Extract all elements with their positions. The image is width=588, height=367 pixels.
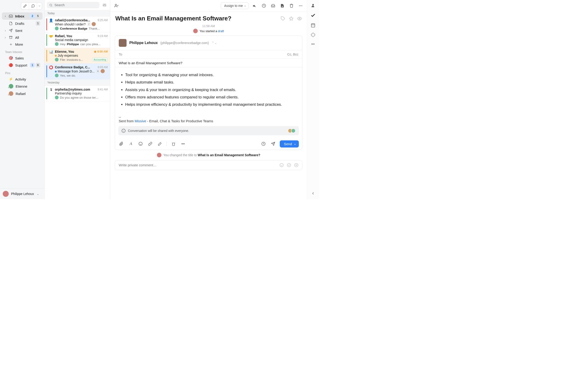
preview: Do you agree on those ter... bbox=[55, 96, 108, 99]
smile-icon bbox=[279, 163, 284, 167]
send-button[interactable]: Send bbox=[280, 140, 299, 148]
to-field-label[interactable]: To bbox=[119, 52, 122, 56]
status-dot-icon bbox=[55, 71, 57, 73]
compose-dropdown[interactable] bbox=[37, 2, 42, 9]
schedule-button[interactable] bbox=[260, 141, 267, 147]
sidebar-item-etienne[interactable]: Etienne bbox=[2, 83, 43, 90]
svg-marker-25 bbox=[289, 17, 293, 20]
sidebar-item-inbox[interactable]: › Inbox 25 bbox=[2, 12, 43, 20]
attach-button[interactable] bbox=[118, 141, 124, 147]
reply-all-button[interactable] bbox=[252, 3, 258, 9]
sidebar-item-label: Inbox bbox=[15, 14, 28, 18]
list-section-header: Today bbox=[44, 10, 110, 17]
missive-link[interactable]: Missive bbox=[135, 119, 146, 123]
svg-point-17 bbox=[115, 4, 116, 6]
wand-icon bbox=[158, 142, 162, 146]
add-button[interactable] bbox=[294, 163, 298, 167]
conversation-item[interactable]: 📊 Etienne, You8:00 AM July expenses File… bbox=[44, 48, 110, 64]
subject-field[interactable]: What Is an Email Management Software? bbox=[115, 59, 302, 67]
caret-icon: › bbox=[4, 35, 6, 39]
send-later-button[interactable] bbox=[270, 141, 276, 147]
rail-more-button[interactable]: ••• bbox=[311, 42, 315, 46]
calendar-button[interactable] bbox=[311, 23, 315, 27]
svg-point-21 bbox=[299, 6, 300, 6]
ai-button[interactable] bbox=[311, 33, 315, 37]
sliders-icon bbox=[103, 3, 106, 7]
close-conversation-button[interactable] bbox=[279, 3, 285, 9]
sidebar-item-support[interactable]: 🔴Support16 bbox=[2, 61, 43, 69]
conversation-item[interactable]: ⭕ Conference Badge, C...8:03 AM Message … bbox=[44, 64, 110, 79]
smile-icon bbox=[138, 142, 143, 146]
watch-button[interactable] bbox=[297, 16, 302, 21]
check-circle-icon bbox=[287, 163, 291, 167]
search-input-container[interactable] bbox=[47, 2, 99, 8]
assign-button[interactable]: Assign to me bbox=[221, 2, 249, 9]
new-chat-button[interactable] bbox=[29, 2, 37, 9]
sidebar-item-sent[interactable]: › Sent bbox=[2, 27, 43, 34]
compose-button[interactable] bbox=[21, 2, 29, 9]
sidebar-item-sales[interactable]: 🎯Sales bbox=[2, 55, 43, 61]
sidebar-item-label: Rafael bbox=[16, 92, 40, 96]
conversation-toolbar: Assign to me bbox=[110, 0, 307, 12]
preview: Conference Badge Thank... bbox=[55, 27, 108, 30]
presence-dot-icon bbox=[8, 94, 9, 96]
comment-input[interactable] bbox=[119, 163, 279, 167]
more-compose-button[interactable]: ••• bbox=[180, 141, 186, 147]
color-stripe bbox=[46, 65, 47, 77]
format-button[interactable]: A bbox=[128, 141, 134, 147]
link-button[interactable] bbox=[147, 141, 153, 147]
sidebar-item-label: All bbox=[15, 35, 38, 40]
emoji-button[interactable] bbox=[279, 163, 284, 167]
comment-box[interactable] bbox=[115, 160, 302, 170]
info-icon bbox=[121, 129, 126, 133]
conversation-main: Assign to me What Is an Email Management… bbox=[110, 0, 307, 199]
sidebar-item-rafael[interactable]: Rafael bbox=[2, 90, 43, 97]
sidebar-item-drafts[interactable]: Drafts 1 bbox=[2, 20, 43, 27]
timestamp: 9:19 AM bbox=[98, 34, 108, 38]
filter-button[interactable] bbox=[101, 2, 108, 8]
avatar bbox=[92, 22, 96, 26]
sidebar-item-label: Drafts bbox=[15, 22, 33, 25]
svg-point-39 bbox=[287, 163, 291, 167]
sidebar-item-more[interactable]: More bbox=[2, 41, 43, 48]
send-icon bbox=[271, 142, 275, 146]
cc-bcc-toggle[interactable]: Cc, Bcc bbox=[287, 52, 298, 56]
conversation-item[interactable]: 𝕿 orphelia@nytimes.com9:41 AM Partnershi… bbox=[44, 86, 110, 101]
count-badge: 4 bbox=[96, 69, 100, 73]
star-button[interactable] bbox=[289, 16, 294, 21]
link-icon bbox=[148, 142, 152, 146]
subject: When should I order? bbox=[55, 23, 86, 26]
avatar bbox=[9, 84, 13, 89]
person-icon bbox=[311, 3, 315, 8]
emoji-button[interactable] bbox=[138, 141, 144, 147]
inbox-icon bbox=[9, 14, 13, 18]
tag-button[interactable] bbox=[281, 16, 285, 21]
plus-icon bbox=[9, 42, 13, 46]
archive-button[interactable] bbox=[270, 3, 276, 9]
profile-button[interactable] bbox=[311, 3, 315, 8]
conversation-item[interactable]: 🤝 Rafael, You9:19 AM Social media campai… bbox=[44, 32, 110, 48]
discard-button[interactable] bbox=[170, 141, 176, 147]
collapse-rail-button[interactable] bbox=[311, 191, 315, 195]
snooze-button[interactable] bbox=[261, 3, 267, 9]
sidebar-item-activity[interactable]: ⚡Activity bbox=[2, 76, 43, 83]
sidebar-item-label: Activity bbox=[15, 77, 40, 81]
tasks-button[interactable] bbox=[311, 13, 316, 18]
from-switcher[interactable]: ⌃⌄ bbox=[212, 41, 217, 45]
search-input[interactable] bbox=[54, 3, 97, 7]
section-header-pins: Pins bbox=[2, 69, 43, 76]
avatar bbox=[119, 39, 127, 47]
more-actions-button[interactable] bbox=[298, 3, 304, 9]
conv-type-icon: 🤝 bbox=[49, 34, 53, 38]
add-participant-button[interactable] bbox=[113, 3, 120, 9]
delete-button[interactable] bbox=[288, 3, 294, 9]
paperclip-icon bbox=[119, 142, 123, 146]
conversation-item[interactable]: 👤 rafael@conferenceba...9:25 AM When sho… bbox=[44, 17, 110, 32]
sidebar-item-all[interactable]: › All bbox=[2, 34, 43, 41]
avatar bbox=[55, 42, 59, 46]
account-switcher[interactable]: Philippe Lehoux ⌄ bbox=[0, 188, 44, 199]
task-button[interactable] bbox=[287, 163, 291, 167]
email-body[interactable]: Tool for organizing & managing your emai… bbox=[115, 67, 302, 115]
ai-button[interactable] bbox=[157, 141, 163, 147]
color-stripe bbox=[46, 50, 47, 61]
